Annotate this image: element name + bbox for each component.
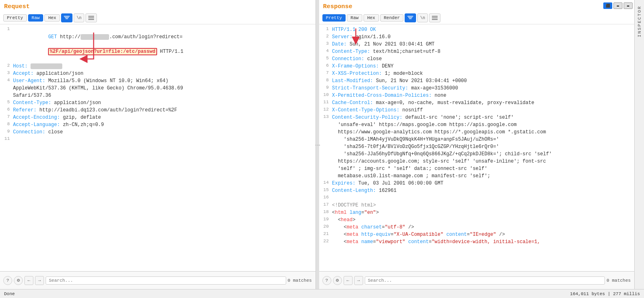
response-line-13: 13 Content-Security-Policy: default-src … (319, 114, 635, 180)
request-raw-btn[interactable]: Raw (28, 14, 44, 22)
response-line-1: 1 HTTP/1.1 200 OK (319, 26, 635, 33)
response-line-11: 11 Cache-Control: max-age=0, no-cache, m… (319, 99, 635, 107)
response-matches-text: 0 matches (607, 278, 631, 283)
request-line-6: 6 Referer: http://leadbi.dq123.com/auth/… (0, 107, 315, 114)
response-code-area: 1 HTTP/1.1 200 OK 2 Server: nginx/1.16.0… (319, 24, 635, 271)
layout-icon-2[interactable]: ▬ (613, 2, 622, 9)
request-line-3: 3 Accept: application/json (0, 70, 315, 77)
status-text: Done (4, 291, 15, 296)
response-toolbar: Pretty Raw Hex Render \n (319, 12, 635, 24)
response-search-bar: ? ⚙ ← → 0 matches (319, 271, 635, 289)
request-matches-text: 0 matches (288, 278, 312, 283)
status-info: 164,011 bytes | 277 millis (570, 291, 640, 296)
response-forward-btn[interactable]: → (354, 276, 363, 285)
inspector-label: INSPECTOR (637, 6, 642, 37)
request-back-btn[interactable]: ← (24, 276, 33, 285)
request-toolbar: Pretty Raw Hex \n (0, 12, 315, 24)
panel-divider[interactable]: ⋮ (316, 0, 319, 289)
status-bar: Done 164,011 bytes | 277 millis (0, 289, 644, 298)
response-line-15: 15 Content-Length: 162961 (319, 187, 635, 194)
request-line-11: 11 (0, 136, 315, 143)
response-render-btn[interactable]: Render (380, 14, 404, 22)
request-search-bar: ? ⚙ ← → 0 matches (0, 271, 315, 289)
request-help-btn[interactable]: ? (3, 276, 12, 285)
response-line-14: 14 Expires: Tue, 03 Jul 2001 06:00:00 GM… (319, 180, 635, 187)
inspector-sidebar: INSPECTOR (634, 0, 644, 289)
request-line-8: 8 Accept-Language: zh-CN,zh;q=0.9 (0, 121, 315, 128)
response-pretty-btn[interactable]: Pretty (322, 14, 346, 22)
request-settings-btn[interactable]: ⚙ (14, 276, 23, 285)
response-line-18: 18 <html lang="en"> (319, 209, 635, 216)
response-line-19: 19 <head> (319, 216, 635, 224)
response-title: Response (319, 0, 635, 12)
request-pretty-btn[interactable]: Pretty (3, 14, 27, 22)
response-line-3: 3 Date: Sun, 21 Nov 2021 03:04:41 GMT (319, 41, 635, 48)
request-line-7: 7 Accept-Encoding: gzip, deflate (0, 114, 315, 121)
response-line-5: 5 Connection: close (319, 55, 635, 63)
response-help-btn[interactable]: ? (322, 276, 331, 285)
layout-icon-3[interactable]: ▬ (624, 2, 633, 9)
response-line-12: 12 X-Content-Type-Options: nosniff (319, 107, 635, 114)
response-settings-btn[interactable]: ⚙ (333, 276, 342, 285)
request-newline-btn[interactable]: \n (74, 13, 84, 22)
request-hex-btn[interactable]: Hex (44, 14, 60, 22)
response-newline-btn[interactable]: \n (417, 13, 428, 22)
response-line-8: 8 Last-Modified: Sun, 21 Nov 2021 03:04:… (319, 77, 635, 85)
response-line-9: 9 Strict-Transport-Security: max-age=315… (319, 85, 635, 92)
response-line-21: 21 <meta http-equiv="X-UA-Compatible" co… (319, 231, 635, 238)
response-back-btn[interactable]: ← (344, 276, 353, 285)
request-line-4: 4 User-Agent: Mozilla/5.0 (Windows NT 10… (0, 77, 315, 99)
response-line-6: 6 X-Frame-Options: DENY (319, 63, 635, 70)
response-line-20: 20 <meta charset="utf-8" /> (319, 224, 635, 231)
response-line-7: 7 X-XSS-Protection: 1; mode=block (319, 70, 635, 77)
request-filter-btn[interactable] (61, 13, 72, 22)
request-menu-btn[interactable] (85, 13, 97, 22)
response-filter-btn[interactable] (405, 13, 416, 22)
response-line-22: 22 <meta name="viewport" content="width=… (319, 238, 635, 246)
request-line-9: 9 Connection: close (0, 128, 315, 136)
response-line-10: 10 X-Permitted-Cross-Domain-Policies: no… (319, 92, 635, 99)
layout-icon-1[interactable]: ⬛ (603, 2, 612, 9)
request-title: Request (0, 0, 315, 12)
request-line-1: 1 GET http:// .com/auth/login?redirect= … (0, 26, 315, 63)
response-line-17: 17 <!DOCTYPE html> (319, 202, 635, 209)
response-hex-btn[interactable]: Hex (364, 14, 379, 22)
response-line-4: 4 Content-Type: text/html;charset=utf-8 (319, 48, 635, 55)
response-menu-btn[interactable] (429, 13, 440, 22)
response-line-16: 16 (319, 194, 635, 202)
request-code-area: 1 GET http:// .com/auth/login?redirect= … (0, 24, 315, 271)
response-line-2: 2 Server: nginx/1.16.0 (319, 33, 635, 41)
request-search-input[interactable] (46, 276, 286, 285)
request-line-2: 2 Host: (0, 63, 315, 70)
response-search-input[interactable] (365, 276, 605, 285)
request-line-5: 5 Content-Type: application/json (0, 99, 315, 107)
response-raw-btn[interactable]: Raw (347, 14, 362, 22)
request-forward-btn[interactable]: → (35, 276, 44, 285)
